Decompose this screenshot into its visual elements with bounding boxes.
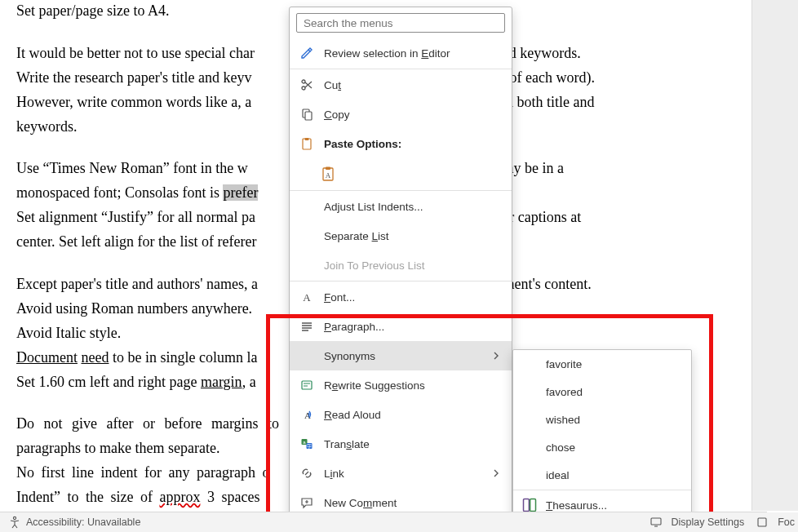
synonym-label: favorite	[546, 358, 582, 370]
menu-item-label: Separate List	[324, 230, 503, 242]
synonym-label: chose	[546, 441, 575, 454]
svg-point-1	[302, 80, 305, 83]
synonym-label: ideal	[546, 469, 570, 481]
separator	[513, 490, 691, 490]
menu-item-label: Copy	[324, 109, 503, 121]
synonym-item[interactable]: favorite	[513, 350, 691, 378]
menu-item-label: Paste Options:	[324, 138, 503, 150]
svg-text:字: 字	[307, 443, 312, 449]
menu-item-separate-list[interactable]: Separate List	[290, 221, 512, 250]
menu-item-font[interactable]: A Font...	[290, 282, 512, 312]
right-panel-strip	[751, 0, 798, 511]
menu-item-label: Rewrite Suggestions	[324, 379, 503, 392]
svg-text:A: A	[303, 291, 311, 304]
synonym-label: wished	[546, 414, 580, 426]
menu-item-label: Thesaurus...	[546, 499, 607, 512]
display-settings-button[interactable]: Display Settings	[649, 516, 745, 529]
menu-item-paragraph[interactable]: Paragraph...	[290, 312, 512, 341]
synonym-item[interactable]: favored	[513, 378, 691, 406]
menu-item-join-previous-list: Join To Previous List	[290, 250, 512, 280]
translate-icon: a字	[298, 435, 316, 453]
menu-item-label: Font...	[324, 291, 503, 304]
focus-icon	[756, 516, 769, 529]
paste-keep-text-button[interactable]: A	[316, 161, 342, 187]
font-icon: A	[298, 288, 316, 306]
svg-rect-7	[326, 167, 330, 171]
separator	[290, 281, 512, 282]
menu-item-cut[interactable]: Cut	[290, 70, 512, 100]
svg-text:A: A	[326, 171, 331, 180]
display-icon	[649, 516, 663, 529]
menu-item-copy[interactable]: Copy	[290, 100, 512, 129]
paragraph-icon	[298, 317, 316, 335]
menu-item-label: Translate	[324, 438, 503, 450]
menu-item-read-aloud[interactable]: A Read Aloud	[290, 400, 512, 429]
accessibility-icon	[8, 516, 21, 529]
menu-search-input[interactable]	[296, 13, 505, 33]
focus-mode-button[interactable]: Foc	[756, 516, 795, 529]
menu-item-label: Cut	[324, 79, 503, 91]
svg-rect-5	[305, 138, 309, 140]
synonym-label: favored	[546, 386, 583, 398]
svg-rect-19	[651, 518, 661, 525]
status-label: Foc	[778, 516, 795, 528]
pen-icon	[298, 44, 316, 62]
rewrite-icon	[298, 376, 316, 394]
status-accessibility[interactable]: Accessibility: Unavailable	[26, 516, 140, 528]
menu-item-label: Synonyms	[324, 350, 492, 362]
clipboard-icon	[298, 135, 316, 153]
menu-item-label: New Comment	[324, 497, 503, 509]
status-bar-right: Display Settings Foc	[645, 512, 798, 532]
synonym-item[interactable]: wished	[513, 406, 691, 433]
menu-item-paste-options-header: Paste Options:	[290, 129, 512, 158]
menu-item-link[interactable]: Link	[290, 459, 512, 488]
menu-item-adjust-list-indents[interactable]: Adjust List Indents...	[290, 192, 512, 221]
menu-item-translate[interactable]: a字 Translate	[290, 429, 512, 459]
selected-text: prefer	[223, 184, 258, 201]
menu-item-rewrite-suggestions[interactable]: Rewrite Suggestions	[290, 370, 512, 400]
svg-rect-3	[305, 112, 312, 120]
context-menu: Review selection in Editor Cut Copy Past…	[289, 7, 512, 518]
separator	[290, 69, 512, 69]
synonym-item[interactable]: ideal	[513, 461, 691, 489]
menu-item-label: Read Aloud	[324, 409, 503, 421]
menu-item-label: Join To Previous List	[324, 259, 503, 272]
status-label: Display Settings	[672, 516, 745, 528]
svg-rect-20	[758, 518, 766, 526]
read-aloud-icon: A	[298, 406, 316, 423]
menu-item-review-editor[interactable]: Review selection in Editor	[290, 38, 512, 68]
separator	[290, 190, 512, 191]
svg-point-0	[302, 86, 305, 90]
svg-rect-16	[524, 499, 530, 512]
menu-item-label: Link	[324, 468, 492, 480]
thesaurus-icon	[521, 497, 538, 513]
menu-item-label: Paragraph...	[324, 321, 503, 333]
scissors-icon	[298, 76, 316, 94]
svg-rect-17	[530, 499, 536, 512]
menu-item-label: Review selection in Editor	[324, 47, 503, 60]
menu-item-synonyms[interactable]: Synonyms	[290, 341, 512, 370]
copy-icon	[298, 105, 316, 123]
link-icon	[298, 464, 316, 482]
menu-item-label: Adjust List Indents...	[324, 201, 503, 213]
chevron-right-icon	[492, 350, 503, 362]
comment-icon	[298, 494, 316, 512]
svg-point-18	[13, 516, 16, 519]
synonym-item[interactable]: chose	[513, 433, 691, 461]
svg-rect-10	[302, 381, 312, 389]
synonyms-flyout: favorite favored wished chose ideal Thes…	[512, 349, 692, 520]
chevron-right-icon	[492, 468, 503, 480]
